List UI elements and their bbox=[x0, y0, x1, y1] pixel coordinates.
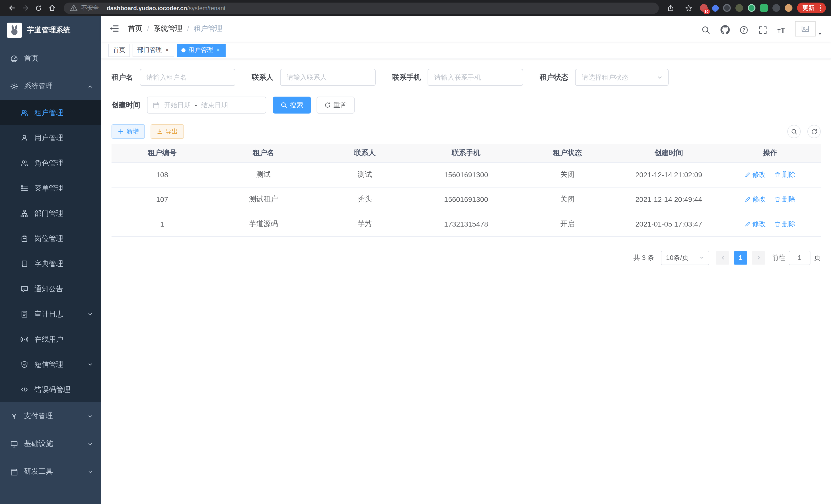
extension-icon[interactable] bbox=[747, 4, 755, 12]
page-size-select[interactable]: 10条/页 bbox=[661, 250, 709, 265]
sidebar-item-label: 字典管理 bbox=[34, 259, 63, 268]
sidebar-item-devtools[interactable]: 研发工具 bbox=[0, 458, 101, 485]
reset-button[interactable]: 重置 bbox=[317, 97, 354, 114]
extension-icon[interactable] bbox=[772, 4, 780, 12]
delete-button[interactable]: 删除 bbox=[774, 195, 796, 204]
export-button[interactable]: 导出 bbox=[150, 124, 184, 139]
sidebar-item-post[interactable]: 岗位管理 bbox=[0, 226, 101, 251]
share-icon[interactable] bbox=[664, 1, 677, 14]
delete-button[interactable]: 删除 bbox=[774, 219, 796, 229]
table-tools bbox=[787, 125, 821, 138]
field-label: 租户名 bbox=[112, 73, 133, 82]
close-icon[interactable]: × bbox=[165, 47, 170, 53]
goto-page-input[interactable] bbox=[789, 250, 810, 265]
prev-page-button[interactable] bbox=[716, 251, 729, 264]
home-icon[interactable] bbox=[45, 1, 59, 14]
page-button-1[interactable]: 1 bbox=[734, 251, 747, 264]
url-domain: dashboard.yudao.iocoder.cn bbox=[107, 5, 187, 11]
filter-status: 租户状态 请选择租户状态 bbox=[540, 69, 668, 86]
extension-icon[interactable] bbox=[723, 4, 730, 12]
extension-icon[interactable] bbox=[784, 4, 792, 12]
tags-view: 首页 部门管理 × 租户管理 × bbox=[101, 41, 831, 59]
sidebar-item-role[interactable]: 角色管理 bbox=[0, 151, 101, 176]
toolbox-icon bbox=[10, 468, 18, 475]
sidebar-item-audit-log[interactable]: 审计日志 bbox=[0, 302, 101, 327]
breadcrumb-home[interactable]: 首页 bbox=[128, 24, 142, 33]
sidebar-item-label: 研发工具 bbox=[24, 467, 53, 476]
sidebar-item-error-code[interactable]: 错误码管理 bbox=[0, 377, 101, 402]
tab-home[interactable]: 首页 bbox=[109, 43, 130, 57]
sidebar-item-infra[interactable]: 基础设施 bbox=[0, 430, 101, 458]
fullscreen-icon[interactable] bbox=[758, 25, 768, 34]
bookmark-star-icon[interactable] bbox=[682, 1, 695, 14]
users-icon bbox=[21, 109, 28, 117]
close-icon[interactable]: × bbox=[216, 47, 221, 53]
sidebar-item-system[interactable]: 系统管理 bbox=[0, 72, 101, 100]
help-icon[interactable]: ? bbox=[739, 25, 748, 34]
font-size-icon[interactable]: TT bbox=[777, 26, 785, 34]
chevron-down-icon bbox=[657, 74, 663, 80]
tab-dept[interactable]: 部门管理 × bbox=[133, 43, 174, 57]
update-label: 更新 bbox=[802, 4, 814, 12]
table-toolbar: 新增 导出 bbox=[112, 124, 821, 139]
chevron-down-icon bbox=[87, 441, 93, 447]
chevron-down-icon bbox=[87, 469, 93, 474]
update-button[interactable]: 更新 bbox=[797, 3, 826, 13]
sidebar-item-user[interactable]: 用户管理 bbox=[0, 125, 101, 151]
next-page-button[interactable] bbox=[752, 251, 765, 264]
tenant-name-input[interactable] bbox=[140, 69, 235, 86]
forward-icon[interactable] bbox=[19, 1, 32, 14]
sidebar-item-dept[interactable]: 部门管理 bbox=[0, 201, 101, 226]
badge-icon bbox=[21, 235, 28, 242]
trash-icon bbox=[774, 221, 781, 227]
status-select[interactable]: 请选择租户状态 bbox=[575, 69, 668, 86]
edit-button[interactable]: 修改 bbox=[745, 219, 766, 229]
edit-button[interactable]: 修改 bbox=[745, 195, 766, 204]
sidebar-item-sms[interactable]: 短信管理 bbox=[0, 352, 101, 377]
date-range-picker[interactable]: 开始日期 - 结束日期 bbox=[147, 97, 266, 114]
sidebar-item-menu[interactable]: 菜单管理 bbox=[0, 176, 101, 201]
sidebar-item-notice[interactable]: 通知公告 bbox=[0, 276, 101, 302]
show-search-icon[interactable] bbox=[787, 125, 801, 138]
column-header: 创建时间 bbox=[618, 144, 719, 162]
back-icon[interactable] bbox=[5, 1, 19, 14]
column-header: 租户编号 bbox=[112, 144, 213, 162]
github-icon[interactable] bbox=[720, 25, 729, 34]
sidebar-item-online-user[interactable]: 在线用户 bbox=[0, 327, 101, 352]
sidebar-item-dict[interactable]: 字典管理 bbox=[0, 251, 101, 276]
reload-icon[interactable] bbox=[32, 1, 45, 14]
extension-icon[interactable] bbox=[711, 4, 719, 12]
breadcrumb-system[interactable]: 系统管理 bbox=[154, 24, 182, 33]
add-button[interactable]: 新增 bbox=[112, 124, 145, 139]
refresh-icon bbox=[324, 102, 331, 109]
refresh-table-icon[interactable] bbox=[807, 125, 821, 138]
address-bar[interactable]: 不安全 dashboard.yudao.iocoder.cn/system/te… bbox=[64, 2, 659, 13]
sidebar-item-home[interactable]: 首页 bbox=[0, 45, 101, 72]
sidebar-item-tenant[interactable]: 租户管理 bbox=[0, 100, 101, 125]
search-icon[interactable] bbox=[701, 25, 711, 34]
sidebar-item-label: 短信管理 bbox=[34, 360, 63, 369]
delete-button[interactable]: 删除 bbox=[774, 170, 796, 179]
edit-button[interactable]: 修改 bbox=[745, 170, 766, 179]
cell-contact: 测试 bbox=[314, 162, 416, 187]
extension-icon[interactable]: 10 bbox=[700, 4, 708, 12]
sidebar-item-payment[interactable]: ¥ 支付管理 bbox=[0, 402, 101, 430]
button-label: 修改 bbox=[752, 219, 766, 229]
extension-icon[interactable] bbox=[735, 4, 743, 12]
phone-input[interactable] bbox=[428, 69, 523, 86]
message-icon bbox=[21, 285, 28, 293]
column-header: 租户状态 bbox=[517, 144, 618, 162]
search-button[interactable]: 搜索 bbox=[273, 97, 311, 114]
user-menu[interactable] bbox=[795, 21, 823, 36]
column-header: 联系手机 bbox=[416, 144, 517, 162]
cell-created: 2021-01-05 17:03:47 bbox=[618, 212, 719, 236]
extension-icon[interactable] bbox=[760, 4, 768, 12]
chevron-down-icon bbox=[87, 413, 93, 419]
tab-tenant[interactable]: 租户管理 × bbox=[177, 43, 226, 57]
cell-tenant-id: 1 bbox=[112, 212, 213, 236]
collapse-sidebar-icon[interactable] bbox=[110, 24, 120, 34]
avatar[interactable] bbox=[795, 21, 815, 36]
contact-input[interactable] bbox=[280, 69, 376, 86]
kebab-menu-icon[interactable] bbox=[818, 5, 824, 11]
sidebar-item-label: 错误码管理 bbox=[34, 385, 70, 394]
